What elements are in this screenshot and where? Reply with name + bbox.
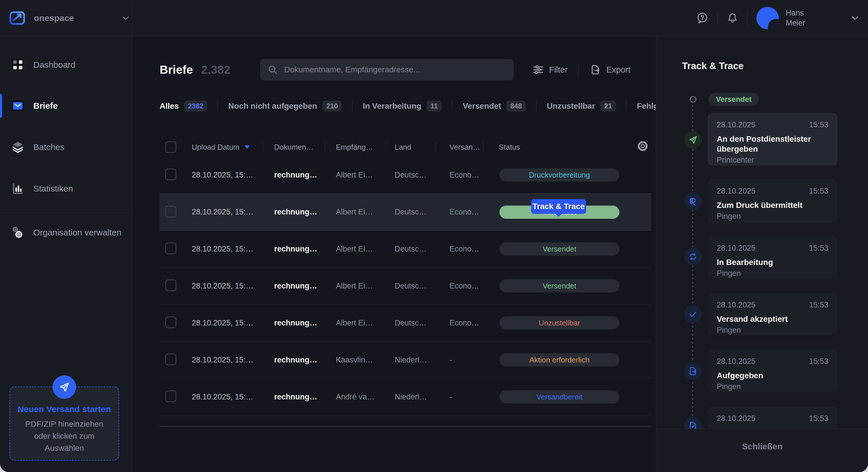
tab-versendet[interactable]: Versendet 848 <box>463 101 526 111</box>
notifications-bell-icon[interactable] <box>726 12 739 24</box>
cell-recipient: Albert Ei… <box>325 208 386 216</box>
cell-shipping: Econo… <box>436 245 484 254</box>
new-shipment-title: Neuen Versand starten <box>10 404 119 414</box>
table-row-clipped[interactable]: 28.10.2025, 15:… rechnung… André… Nieder… <box>160 415 651 427</box>
cell-shipping: Econo… <box>436 208 484 216</box>
hint-line: oder klicken zum <box>10 430 119 442</box>
cell-document: rechnung… <box>263 208 325 216</box>
table-settings-gear-icon[interactable] <box>636 140 649 155</box>
tab-fehlgeschlagen[interactable]: Fehlgeschlagen <box>637 102 656 111</box>
sync-icon <box>684 248 702 266</box>
row-checkbox[interactable] <box>165 316 176 328</box>
tab-label: In Verarbeitung <box>363 102 422 111</box>
cell-upload-date: 28.10.2025, 15:… <box>185 245 263 254</box>
sidebar-item-label: Statistiken <box>33 183 73 194</box>
cell-shipping: - <box>436 393 484 401</box>
dashboard-icon <box>11 58 25 72</box>
cell-document: rechnung… <box>263 356 325 365</box>
column-land[interactable]: Land <box>386 138 436 157</box>
select-all-checkbox[interactable] <box>165 141 176 153</box>
column-upload-datum[interactable]: Upload Datum <box>185 138 263 157</box>
status-badge: Versendet <box>499 242 619 256</box>
table-row[interactable]: 28.10.2025, 15:… rechnung… André va… Nie… <box>160 378 651 415</box>
column-label: Upload Datum <box>192 143 239 152</box>
cell-upload-date: 28.10.2025, 15:… <box>185 356 263 365</box>
cell-country: Deutsc… <box>386 171 436 179</box>
track-and-trace-panel: Track & Trace Versendet <box>656 36 868 472</box>
tab-unzustellbar[interactable]: Unzustellbar 21 <box>547 101 616 111</box>
status-badge: Aktion erforderlich <box>499 353 619 367</box>
close-button[interactable]: Schließen <box>742 442 783 451</box>
column-versandart[interactable]: Versan… <box>436 138 484 157</box>
table-row[interactable]: 28.10.2025, 15:… rechnung… Albert Ei… De… <box>160 268 651 305</box>
event-subtitle: Pingen <box>717 269 828 278</box>
timeline-card: 28.10.2025 15:53 Versand akzeptiert Ping… <box>708 293 838 335</box>
user-menu-chevron-down-icon[interactable] <box>849 12 861 24</box>
help-icon[interactable] <box>696 12 709 24</box>
page-count: 2.382 <box>201 63 230 76</box>
sidebar-item-organisation[interactable]: Organisation verwalten <box>11 214 125 251</box>
panel-title: Track & Trace <box>682 61 744 71</box>
tab-in-verarbeitung[interactable]: In Verarbeitung 11 <box>363 101 442 111</box>
column-label: Status <box>499 143 520 152</box>
divider <box>747 11 748 25</box>
cell-country: Deutsc… <box>386 318 436 328</box>
divider <box>218 101 218 111</box>
brand[interactable]: onespace <box>8 0 74 36</box>
row-checkbox[interactable] <box>165 279 176 291</box>
panel-status-badge: Versendet <box>708 93 759 106</box>
filter-button[interactable]: Filter <box>532 64 567 75</box>
bar-chart-icon <box>11 182 25 196</box>
event-time: 15:53 <box>809 301 828 309</box>
timeline-card: 28.10.2025 15:53 Zum Druck übermittelt P… <box>708 179 838 224</box>
event-title: Aufgegeben <box>717 370 828 380</box>
sidebar-divider <box>132 0 132 472</box>
search-bar[interactable] <box>260 59 514 80</box>
row-checkbox[interactable] <box>165 169 176 180</box>
column-dokument[interactable]: Dokumen… <box>263 138 325 157</box>
sidebar-item-batches[interactable]: Batches <box>11 136 125 159</box>
row-checkbox[interactable] <box>165 391 176 402</box>
cell-country: Niederl… <box>386 356 436 365</box>
cell-recipient: Albert Ei… <box>325 245 386 254</box>
event-subtitle: Pingen <box>717 326 828 335</box>
divider <box>578 63 579 76</box>
tab-alles[interactable]: Alles 2382 <box>160 101 207 111</box>
row-checkbox[interactable] <box>165 206 176 217</box>
table-row[interactable]: 28.10.2025, 15:… rechnung… Albert Ei… De… <box>160 231 651 268</box>
table-row[interactable]: 28.10.2025, 15:… rechnung… Albert Ei… De… <box>160 305 651 341</box>
cell-recipient: Albert Ei… <box>325 281 386 291</box>
cell-document: rechnung… <box>263 281 325 291</box>
status-tabs: Alles 2382 Noch nicht aufgegeben 210 In … <box>160 98 656 115</box>
event-time: 15:53 <box>809 187 828 196</box>
status-badge: Unzustellbar <box>499 316 619 330</box>
sidebar-item-statistiken[interactable]: Statistiken <box>11 177 125 200</box>
new-shipment-hint: PDF/ZIP hineinziehen oder klicken zum Au… <box>10 418 119 454</box>
event-subtitle: Pingen <box>717 212 828 221</box>
avatar[interactable] <box>756 7 779 29</box>
column-status[interactable]: Status <box>484 138 651 157</box>
column-label: Versan… <box>450 143 480 152</box>
brand-chevron-down-icon[interactable] <box>121 13 131 23</box>
divider <box>452 101 453 111</box>
export-button[interactable]: Export <box>590 64 630 75</box>
table-row[interactable]: 28.10.2025, 15:… rechnung… Albert Ei… De… <box>160 157 651 194</box>
event-time: 15:53 <box>809 357 828 366</box>
sort-desc-icon[interactable] <box>245 145 250 149</box>
event-subtitle: Printcenter <box>717 156 828 165</box>
row-checkbox[interactable] <box>165 353 176 365</box>
tab-noch-nicht-aufgegeben[interactable]: Noch nicht aufgegeben 210 <box>228 101 342 111</box>
table-row[interactable]: 28.10.2025, 15:… rechnung… Kaasvlin… Nie… <box>160 341 651 378</box>
event-time: 15:53 <box>809 414 828 423</box>
new-shipment-dropzone[interactable]: Neuen Versand starten PDF/ZIP hineinzieh… <box>9 386 119 461</box>
event-date: 28.10.2025 <box>717 121 755 129</box>
column-empfaenger[interactable]: Empfäng… <box>325 138 386 157</box>
active-indicator <box>0 94 2 118</box>
cell-document: rechnung… <box>263 171 325 179</box>
sidebar-item-briefe[interactable]: Briefe <box>11 94 125 117</box>
search-input[interactable] <box>284 65 506 74</box>
row-checkbox[interactable] <box>165 243 176 254</box>
event-date: 28.10.2025 <box>717 414 755 423</box>
sidebar-item-dashboard[interactable]: Dashboard <box>11 53 125 76</box>
column-label: Dokumen… <box>274 143 313 152</box>
